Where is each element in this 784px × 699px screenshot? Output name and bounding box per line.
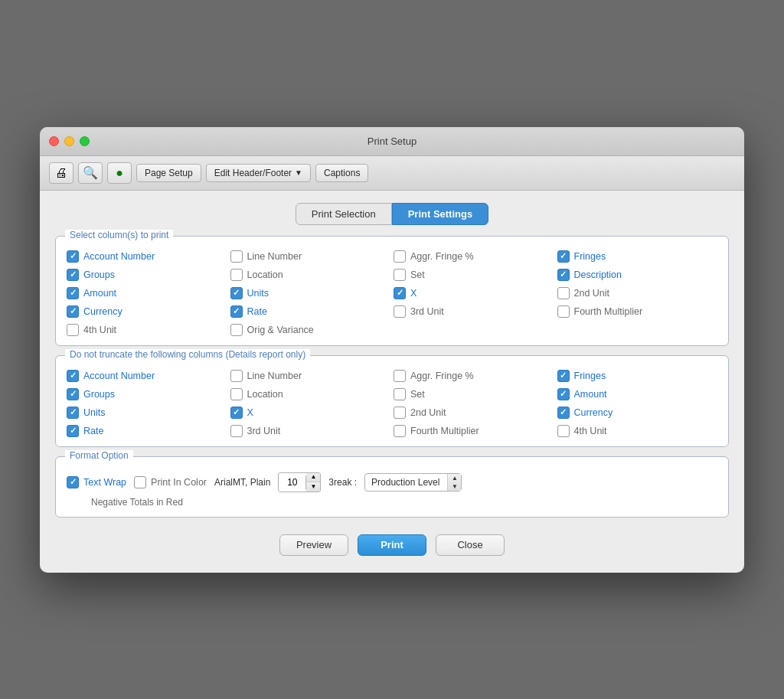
4th-unit-checkbox[interactable] — [67, 324, 79, 336]
list-item: Fourth Multiplier — [394, 425, 554, 437]
truncate-columns-section: Do not truncate the following columns (D… — [55, 355, 729, 447]
stepper-down-button[interactable]: ▼ — [306, 482, 320, 492]
t-2nd-unit-checkbox[interactable] — [394, 407, 406, 419]
titlebar: Print Setup — [40, 127, 744, 156]
list-item: X — [394, 287, 554, 299]
amount-checkbox[interactable] — [67, 287, 79, 299]
orig-variance-checkbox[interactable] — [230, 324, 243, 336]
production-level-select[interactable]: Production Level ▲ ▼ — [364, 473, 462, 492]
search-icon[interactable]: 🔍 — [78, 162, 103, 184]
stepper-up-button[interactable]: ▲ — [306, 473, 320, 482]
print-setup-window: Print Setup 🖨 🔍 ● Page Setup Edit Header… — [40, 127, 744, 573]
select-columns-grid: Account Number Line Number Aggr. Fringe … — [67, 250, 717, 336]
format-option-title: Format Option — [65, 450, 133, 461]
captions-button[interactable]: Captions — [315, 164, 368, 182]
edit-header-footer-button[interactable]: Edit Header/Footer ▼ — [206, 164, 311, 182]
t-line-number-checkbox[interactable] — [230, 370, 243, 382]
toolbar: 🖨 🔍 ● Page Setup Edit Header/Footer ▼ Ca… — [40, 156, 744, 191]
page-setup-button[interactable]: Page Setup — [136, 164, 201, 182]
aggr-fringe-checkbox[interactable] — [394, 250, 406, 263]
t-fourth-multiplier-checkbox[interactable] — [394, 425, 406, 437]
list-item: Location — [230, 269, 391, 281]
main-content: Print Selection Print Settings Select co… — [40, 191, 744, 573]
list-item: Groups — [67, 388, 227, 400]
preview-button[interactable]: Preview — [279, 534, 348, 556]
list-item: 2nd Unit — [557, 287, 718, 299]
list-item: 3rd Unit — [394, 305, 554, 318]
t-units-checkbox[interactable] — [67, 407, 79, 419]
list-item: 3rd Unit — [230, 425, 391, 437]
list-item: Currency — [557, 407, 718, 419]
font-size-input[interactable] — [279, 475, 306, 489]
break-label: 3reak : — [328, 477, 357, 488]
print-in-color-item: Print In Color — [134, 476, 207, 488]
list-item: Rate — [230, 305, 391, 318]
list-item: Aggr. Fringe % — [394, 370, 554, 382]
maximize-button[interactable] — [80, 136, 90, 146]
green-icon[interactable]: ● — [107, 162, 132, 184]
list-item: Aggr. Fringe % — [394, 250, 554, 263]
t-rate-checkbox[interactable] — [67, 425, 79, 437]
currency-checkbox[interactable] — [67, 305, 79, 318]
list-item: X — [230, 407, 391, 419]
line-number-checkbox[interactable] — [230, 250, 243, 263]
printer-icon[interactable]: 🖨 — [49, 162, 74, 184]
list-item: Units — [67, 407, 227, 419]
text-wrap-item: Text Wrap — [67, 476, 126, 488]
close-button[interactable]: Close — [436, 534, 505, 556]
fourth-multiplier-checkbox[interactable] — [557, 305, 570, 318]
rate-checkbox[interactable] — [230, 305, 243, 318]
list-item: Orig & Variance — [230, 324, 391, 336]
2nd-unit-checkbox[interactable] — [557, 287, 570, 299]
truncate-columns-grid: Account Number Line Number Aggr. Fringe … — [67, 370, 717, 437]
list-item: Line Number — [230, 250, 391, 263]
list-item: Amount — [67, 287, 227, 299]
groups-checkbox[interactable] — [67, 269, 79, 281]
x-checkbox[interactable] — [394, 287, 406, 299]
list-item: Currency — [67, 305, 227, 318]
print-in-color-checkbox[interactable] — [134, 476, 146, 488]
list-item: Line Number — [230, 370, 391, 382]
3rd-unit-checkbox[interactable] — [394, 305, 406, 318]
tab-print-settings[interactable]: Print Settings — [392, 203, 489, 225]
select-columns-section: Select column(s) to print Account Number… — [55, 236, 729, 346]
t-amount-checkbox[interactable] — [557, 388, 570, 400]
t-x-checkbox[interactable] — [230, 407, 243, 419]
tab-print-selection[interactable]: Print Selection — [296, 203, 392, 225]
t-4th-unit-checkbox[interactable] — [557, 425, 570, 437]
t-account-number-checkbox[interactable] — [67, 370, 79, 382]
minimize-button[interactable] — [64, 136, 74, 146]
window-title: Print Setup — [368, 136, 416, 147]
t-fringes-checkbox[interactable] — [557, 370, 570, 382]
t-3rd-unit-checkbox[interactable] — [230, 425, 243, 437]
close-button[interactable] — [49, 136, 59, 146]
account-number-checkbox[interactable] — [67, 250, 79, 263]
t-currency-checkbox[interactable] — [557, 407, 570, 419]
set-checkbox[interactable] — [394, 269, 406, 281]
print-button[interactable]: Print — [358, 534, 426, 556]
list-item: Account Number — [67, 250, 227, 263]
t-groups-checkbox[interactable] — [67, 388, 79, 400]
list-item: Set — [394, 388, 554, 400]
list-item: Location — [230, 388, 391, 400]
production-level-arrow[interactable]: ▲ ▼ — [447, 474, 461, 491]
font-label: ArialMT, Plain — [214, 477, 270, 488]
font-size-stepper[interactable]: ▲ ▼ — [278, 472, 321, 492]
footer-buttons: Preview Print Close — [55, 527, 729, 560]
t-aggr-fringe-checkbox[interactable] — [394, 370, 406, 382]
list-item: Groups — [67, 269, 227, 281]
description-checkbox[interactable] — [557, 269, 570, 281]
text-wrap-checkbox[interactable] — [67, 476, 79, 488]
location-checkbox[interactable] — [230, 269, 243, 281]
list-item: Amount — [557, 388, 718, 400]
units-checkbox[interactable] — [230, 287, 243, 299]
stepper-buttons: ▲ ▼ — [306, 473, 320, 492]
t-location-checkbox[interactable] — [230, 388, 243, 400]
format-option-section: Format Option Text Wrap Print In Color A… — [55, 456, 729, 518]
truncate-columns-title: Do not truncate the following columns (D… — [65, 349, 310, 360]
list-item: Fringes — [557, 250, 718, 263]
fringes-checkbox[interactable] — [557, 250, 570, 263]
list-item: 4th Unit — [557, 425, 718, 437]
list-item: Description — [557, 269, 718, 281]
t-set-checkbox[interactable] — [394, 388, 406, 400]
